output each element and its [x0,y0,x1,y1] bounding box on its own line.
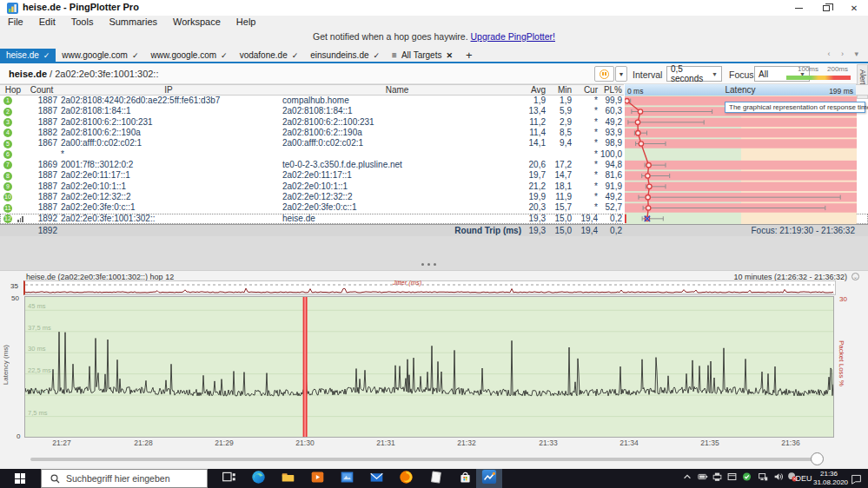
action-center-button[interactable] [846,469,865,488]
cell-avg: 19,7 [514,170,546,181]
cell-min: 9,4 [547,138,572,148]
tab-www-google-com-1[interactable]: www.google.com✓ [56,49,144,62]
taskbar-app-store[interactable] [452,469,478,488]
new-target-tab-button[interactable]: + [459,49,480,62]
col-cur[interactable]: Cur [572,85,598,96]
tray-network[interactable] [755,469,770,488]
menu-help[interactable]: Help [229,16,264,27]
cell-min: 8,5 [547,128,572,138]
cell-ip: 2a02:8108:1:84::1 [61,106,131,116]
pause-dropdown-button[interactable]: ▼ [615,66,627,82]
cell-ip: 2a02:2e0:11:17::1 [61,170,130,181]
taskbar-app-pingplotter[interactable] [476,469,502,488]
footer-count: 1892 [26,225,57,236]
windows-logo-icon [15,473,25,484]
restore-button[interactable] [812,0,840,16]
cell-cur: * [572,106,598,116]
cell-count: 1892 [26,214,57,224]
tray-security-check[interactable] [739,469,754,488]
tray-battery[interactable] [695,469,710,488]
check-icon: ✓ [374,51,381,60]
cell-min: 5,9 [547,106,572,116]
taskbar-app-edge[interactable] [245,469,271,488]
taskbar-app-firefox[interactable] [393,469,419,488]
table-header: Hop Count IP Name Avg Min Cur PL% 0 ms L… [0,84,868,96]
timeline-scrollbar-handle[interactable] [811,452,824,465]
col-pl[interactable]: PL% [598,85,622,96]
hop-number-badge: 7 [3,161,12,169]
cell-ip: 2a02:8108:4240:26d0:ae22:5ff:fe61:d3b7 [61,96,220,106]
col-name[interactable]: Name [280,85,514,96]
cell-count: 1887 [26,96,57,106]
col-ip[interactable]: IP [57,85,280,96]
minimize-icon [795,8,803,9]
cell-name: te0-0-2-3.c350.f.de.plusline.net [282,160,402,170]
tab-heise-de-0[interactable]: heise.de✓ [0,49,56,62]
hop-number-badge: 12 [3,214,12,223]
col-avg[interactable]: Avg [514,85,546,96]
time-tick-21-35: 21:35 [692,439,727,447]
cell-min: 17,2 [547,160,572,170]
splitter-handle[interactable] [421,263,436,266]
y-axis-max: 50 [11,294,19,302]
timeline-range-menu-icon[interactable]: ⌄ [851,273,859,280]
cell-ip: 2a02:2e0:3fe:0:c::1 [61,202,136,213]
time-tick-21-28: 21:28 [126,439,161,447]
tab-label: All Targets [401,50,442,60]
cell-avg: 20,6 [514,160,546,170]
taskbar-app-file-explorer[interactable] [275,469,301,488]
timeline-panel: heise.de (2a02:2e0:3fe:1001:302::) hop 1… [0,270,868,467]
taskbar-clock[interactable]: 21:36 31.08.2020 [813,470,845,487]
taskbar-search[interactable]: Suchbegriff hier eingeben [41,469,208,488]
tab-all-targets-5[interactable]: ≡All Targets✕ [386,49,459,62]
taskbar-app-notes[interactable] [422,469,448,488]
check-icon: ✓ [221,51,228,60]
taskbar-app-movies-tv[interactable] [304,469,330,488]
start-button[interactable] [0,469,40,488]
tab-vodafone-de-3[interactable]: vodafone.de✓ [234,49,305,62]
tab-scroll-arrows[interactable]: ‹ › ▾ [827,49,863,58]
taskbar-app-task-view[interactable] [215,469,242,488]
interval-label: Interval [633,69,662,80]
hop-latency-graph[interactable] [624,96,856,224]
taskbar-app-photos[interactable] [334,469,360,488]
tray-window[interactable] [725,469,739,488]
splitter-area[interactable] [0,236,868,270]
timeline-scrollbar-track[interactable] [30,458,823,461]
cell-avg: 20,3 [514,202,546,213]
tab-einsundeins-de-4[interactable]: einsundeins.de✓ [304,49,386,62]
cell-avg: 11,2 [514,117,546,128]
pause-button[interactable] [594,66,614,82]
menu-workspace[interactable]: Workspace [165,16,229,27]
latency-time-graph[interactable]: 45 ms37,5 ms30 ms22,5 ms15 ms7,5 ms [24,296,834,438]
menu-bar: FileEditToolsSummariesWorkspaceHelp [0,16,868,28]
interval-select[interactable]: 0,5 seconds▼ [666,66,722,82]
tray-printer[interactable] [710,469,725,488]
latency-column-header: 0 ms Latency 199 ms [624,84,856,96]
taskbar-app-mail[interactable] [363,469,389,488]
menu-summaries[interactable]: Summaries [101,16,165,27]
store-icon [458,470,473,488]
menu-edit[interactable]: Edit [31,16,63,27]
loss-axis-label: Packet Loss % [838,340,845,386]
windows-taskbar: Suchbegriff hier eingeben DEU 21:36 31.0… [0,469,868,488]
col-min[interactable]: Min [547,85,572,96]
upgrade-link[interactable]: Upgrade PingPlotter! [471,31,555,42]
tray-volume[interactable] [771,469,785,488]
tab-www-google-com-2[interactable]: www.google.com✓ [145,49,234,62]
cell-ip: 2a02:8100:6:2::100:231 [61,117,153,128]
menu-tools[interactable]: Tools [63,16,102,27]
cell-cur: * [572,149,598,160]
time-tick-21-34: 21:34 [612,439,646,447]
keyboard-language[interactable]: DEU [792,469,815,488]
col-count[interactable]: Count [26,85,57,96]
menu-file[interactable]: File [0,16,31,27]
close-button[interactable]: ✕ [840,0,868,16]
col-hop[interactable]: Hop [0,85,26,96]
cell-count: 1882 [26,128,57,138]
minimize-button[interactable] [785,0,812,16]
tray-hidden-icons[interactable] [679,469,694,488]
close-tab-icon[interactable]: ✕ [446,51,453,60]
cell-packet-loss: 52,7 [598,202,622,213]
firefox-icon [399,470,414,488]
